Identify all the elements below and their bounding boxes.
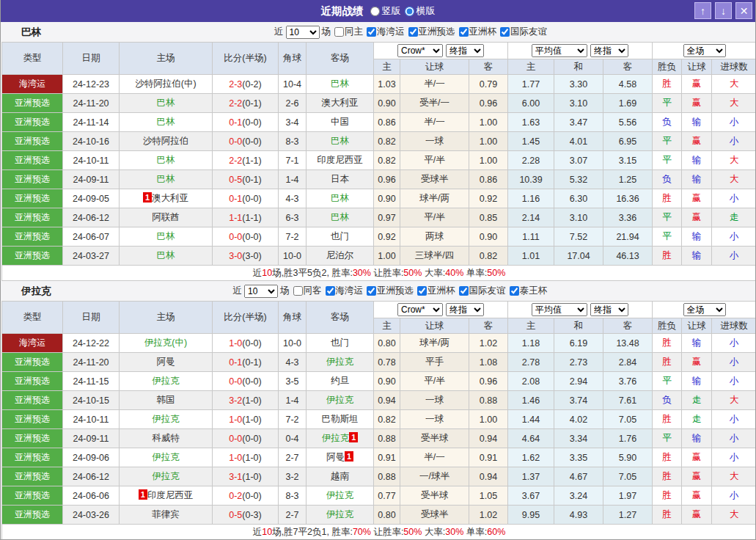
average-index-select[interactable]: 终指	[590, 44, 628, 57]
score-cell: 0-1(0-0)	[213, 189, 279, 208]
league-label: 海湾运	[377, 26, 405, 38]
home-team-label: 伊拉克	[152, 414, 180, 424]
match-type-badge: 亚洲预选	[2, 132, 63, 151]
league-checkbox[interactable]	[459, 286, 469, 296]
odds-cell: 0.86	[374, 113, 400, 132]
odds-cell: 半/一	[400, 448, 469, 467]
scope-dropdown-group: 全场	[653, 43, 756, 59]
home-team: 菲律宾	[120, 506, 213, 525]
league-checkbox[interactable]	[417, 286, 427, 296]
league-checkbox[interactable]	[367, 27, 376, 37]
odds-cell: 1.45	[508, 132, 554, 151]
page-title: 近期战绩	[321, 4, 364, 18]
odds-cell: 受半/一	[400, 94, 469, 113]
odds-cell: 16.36	[603, 189, 653, 208]
recent-games-select[interactable]: 10	[244, 285, 278, 298]
match-row: 亚洲预选24-03-26菲律宾0-5(0-3)2-7伊拉克0.80受球半1.02…	[2, 506, 756, 525]
date-cell: 24-06-12	[63, 208, 120, 227]
same-side-checkbox[interactable]	[293, 286, 303, 296]
horizontal-radio[interactable]	[405, 7, 414, 16]
odds-cell: 6.00	[508, 94, 554, 113]
fulltime-score: 2-3	[229, 79, 242, 90]
odds-cell: 5.56	[603, 113, 653, 132]
result-cell: 走	[712, 208, 756, 227]
close-button[interactable]: ✕	[735, 2, 752, 19]
column-header: 客场	[307, 43, 374, 75]
league-checkbox[interactable]	[510, 286, 519, 296]
date-cell: 24-11-14	[63, 113, 120, 132]
league-filter[interactable]: 泰王杯	[506, 285, 548, 297]
league-filter[interactable]: 亚洲杯	[414, 285, 455, 297]
layout-option-horizontal[interactable]: 横版	[405, 4, 436, 18]
league-checkbox[interactable]	[326, 286, 335, 296]
scope-select[interactable]: 全场	[683, 303, 726, 316]
move-up-button[interactable]: ↑	[694, 2, 711, 19]
layout-option-vertical[interactable]: 竖版	[370, 4, 401, 18]
league-checkbox[interactable]	[408, 27, 418, 37]
league-checkbox[interactable]	[459, 27, 469, 37]
odds-cell: 一球	[400, 391, 469, 410]
team-name: 巴林	[21, 26, 41, 39]
result-cell: 平	[653, 227, 682, 247]
same-side-checkbox[interactable]	[334, 27, 344, 37]
league-filter[interactable]: 亚洲预选	[405, 26, 455, 38]
league-checkbox[interactable]	[500, 27, 510, 37]
away-team: 伊拉克	[307, 353, 374, 372]
league-filter[interactable]: 亚洲预选	[363, 285, 414, 297]
average-index-select[interactable]: 终指	[590, 303, 628, 316]
fulltime-score: 3-2	[229, 395, 242, 406]
column-header: 客	[603, 318, 653, 334]
home-team-label: 澳大利亚	[152, 193, 188, 203]
company-select[interactable]: Crow*	[397, 303, 443, 316]
recent-prefix-label: 近	[274, 26, 284, 38]
corner-cell: 7-2	[279, 227, 307, 247]
home-team-label: 巴林	[157, 98, 175, 108]
odds-cell: 一球	[400, 410, 469, 429]
column-header: 类型	[2, 302, 63, 334]
date-cell: 24-11-20	[63, 94, 120, 113]
summary-segment: 近	[253, 268, 263, 278]
fulltime-score: 0-2	[229, 491, 242, 501]
match-row: 亚洲预选24-10-11伊拉克1-0(1-0)7-2巴勒斯坦0.82一球1.00…	[2, 410, 756, 429]
company-index-select[interactable]: 终指	[446, 303, 484, 316]
halftime-score: (0-0)	[242, 338, 261, 349]
odds-cell: 半/一	[400, 75, 469, 94]
odds-cell: 半/一	[400, 113, 469, 132]
league-label: 国际友谊	[469, 285, 506, 297]
move-down-button[interactable]: ↓	[715, 2, 732, 19]
vertical-radio[interactable]	[370, 7, 380, 16]
result-cell: 赢	[682, 189, 712, 208]
league-checkbox[interactable]	[367, 286, 376, 296]
away-team: 印度尼西亚	[307, 151, 374, 170]
average-select[interactable]: 平均值	[532, 44, 587, 57]
company-index-select[interactable]: 终指	[446, 44, 484, 57]
company-select[interactable]: Crow*	[397, 44, 443, 57]
away-team-label: 阿曼	[326, 452, 345, 462]
away-team-label: 约旦	[331, 376, 349, 386]
away-team: 约旦	[307, 372, 374, 391]
scope-select[interactable]: 全场	[683, 44, 726, 57]
result-cell: 赢	[682, 94, 712, 113]
league-filter[interactable]: 海湾运	[363, 26, 405, 38]
summary-segment: 大率:	[422, 527, 445, 537]
away-team-label: 伊拉克	[326, 509, 354, 519]
odds-cell: 2.08	[508, 372, 554, 391]
odds-cell: 3.15	[603, 151, 653, 170]
halftime-score: (0-2)	[242, 79, 261, 90]
column-header: 比分(半场)	[213, 302, 279, 334]
league-filter[interactable]: 国际友谊	[455, 285, 506, 297]
away-team: 也门	[307, 334, 374, 353]
recent-games-select[interactable]: 10	[286, 26, 320, 39]
home-team-label: 科威特	[152, 433, 180, 443]
average-select[interactable]: 平均值	[532, 303, 587, 316]
fulltime-score: 0-0	[229, 434, 242, 444]
league-filter[interactable]: 亚洲杯	[455, 26, 497, 38]
match-row: 海湾运24-12-23沙特阿拉伯(中)2-3(0-2)10-4巴林1.03半/一…	[2, 75, 756, 94]
fulltime-score: 1-0	[229, 338, 242, 349]
league-filter[interactable]: 国际友谊	[496, 26, 547, 38]
same-side-filter[interactable]: 同客	[290, 285, 322, 297]
halftime-score: (3-0)	[242, 251, 261, 261]
league-filter[interactable]: 海湾运	[322, 285, 364, 297]
same-side-filter[interactable]: 同主	[331, 26, 363, 38]
score-cell: 1-1(1-1)	[213, 208, 279, 227]
